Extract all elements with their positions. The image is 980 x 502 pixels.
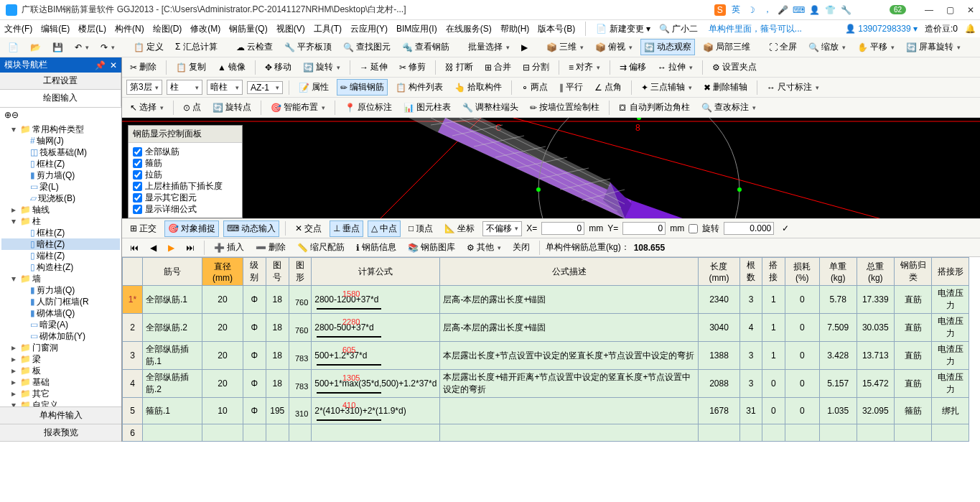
point-button[interactable]: ⊙ 点 xyxy=(179,99,205,116)
check-mark-button[interactable]: 🔍 查改标注 xyxy=(698,99,760,116)
apply-icon[interactable]: ✓ xyxy=(778,221,793,236)
top-snap[interactable]: □ 顶点 xyxy=(405,220,437,237)
column-header[interactable]: 筋号 xyxy=(143,258,202,286)
display-option[interactable]: 显示详细公式 xyxy=(133,203,238,215)
viewport-3d[interactable]: C 8 钢筋 xyxy=(122,118,980,218)
rotate-button[interactable]: 🔄 旋转 xyxy=(299,59,344,75)
cloud-check-button[interactable]: ☁ 云检查 xyxy=(233,39,276,55)
three-aux-button[interactable]: ✦ 三点辅轴 xyxy=(638,79,696,96)
delete-row-button[interactable]: ➖ 删除 xyxy=(252,239,289,256)
gxe-button[interactable]: 🔍 广小二 xyxy=(659,23,698,35)
column-header[interactable]: 图号 xyxy=(266,258,289,286)
x-input[interactable] xyxy=(541,222,584,235)
grip-button[interactable]: ⚙ 设置夹点 xyxy=(709,59,760,75)
tree-item[interactable]: ▸📁轴线 xyxy=(1,204,120,215)
fullscreen-button[interactable]: ⛶ 全屏 xyxy=(765,39,801,55)
display-option[interactable]: 拉筋 xyxy=(133,169,238,180)
adjust-end-button[interactable]: 🔧 调整柱端头 xyxy=(459,99,522,116)
column-header[interactable]: 计算公式 xyxy=(312,258,440,286)
column-header[interactable]: 级别 xyxy=(243,258,266,286)
user-phone[interactable]: 👤 13907298339 ▾ xyxy=(845,24,918,34)
menu-edit[interactable]: 编辑(E) xyxy=(41,23,70,35)
pan-button[interactable]: ✋ 平移 xyxy=(854,39,898,55)
minimize-button[interactable]: — xyxy=(925,5,933,15)
tree-item[interactable]: ▮剪力墙(Q) xyxy=(1,169,120,181)
find-button[interactable]: 🔍 查找图元 xyxy=(340,39,394,55)
new-change-button[interactable]: 📄 新建变更 ▾ xyxy=(596,23,650,35)
close-button[interactable]: ✕ xyxy=(967,5,974,15)
rebar-grid[interactable]: 筋号直径(mm)级别图号图形计算公式公式描述长度(mm)根数搭接损耗(%)单重(… xyxy=(122,257,969,442)
next-icon[interactable]: ▶ xyxy=(164,241,178,255)
moon-icon[interactable]: ☽ xyxy=(746,4,757,16)
scale-button[interactable]: 📏 缩尺配筋 xyxy=(294,239,348,256)
redo-icon[interactable]: ↷ xyxy=(97,40,118,55)
component-tree[interactable]: ▾📁常用构件类型#轴网(J)◫筏板基础(M)▯框柱(Z)▮剪力墙(Q)▭梁(L)… xyxy=(0,122,121,406)
del-aux-button[interactable]: ✖ 删除辅轴 xyxy=(700,79,751,96)
merge-button[interactable]: ⊞ 合并 xyxy=(481,59,515,75)
menu-modify[interactable]: 修改(M) xyxy=(190,23,220,35)
tab-report-preview[interactable]: 报表预览 xyxy=(0,424,121,442)
select-button[interactable]: ↖ 选择 xyxy=(126,99,167,116)
column-header[interactable]: 长度(mm) xyxy=(699,258,740,286)
rotate-input[interactable] xyxy=(724,222,774,235)
align-button[interactable]: ≡ 对齐 xyxy=(565,59,604,75)
tab-single-input[interactable]: 单构件输入 xyxy=(0,407,121,424)
perp-snap[interactable]: ⊥ 垂点 xyxy=(330,220,363,237)
ime-badge[interactable]: S xyxy=(714,4,726,16)
table-row[interactable]: 1*全部纵筋.120Φ1876015802800-1200+37*d层高-本层的… xyxy=(123,286,969,314)
dyn-input-toggle[interactable]: ⌨ 动态输入 xyxy=(223,220,279,237)
category-combo[interactable]: 柱 xyxy=(167,80,202,95)
attribute-button[interactable]: 📝 属性 xyxy=(295,79,332,96)
define-button[interactable]: 📋 定义 xyxy=(130,39,167,55)
tree-item[interactable]: ▭暗梁(A) xyxy=(1,319,120,330)
flat-top-button[interactable]: 🔧 平齐板顶 xyxy=(281,39,335,55)
maximize-button[interactable]: ▢ xyxy=(946,5,954,15)
batch-select-button[interactable]: 批量选择 xyxy=(465,39,513,55)
tree-item[interactable]: ▯框柱(Z) xyxy=(1,227,120,238)
menu-online[interactable]: 在线服务(S) xyxy=(446,23,492,35)
tree-item[interactable]: ▯框柱(Z) xyxy=(1,158,120,169)
other-button[interactable]: ⚙ 其他 xyxy=(463,239,505,256)
wrench-icon[interactable]: 🔧 xyxy=(841,4,852,16)
menu-version[interactable]: 版本号(B) xyxy=(538,23,575,35)
mic-icon[interactable]: 🎤 xyxy=(778,4,789,16)
offset-button[interactable]: ⇉ 偏移 xyxy=(616,59,650,75)
table-row[interactable]: 4全部纵筋插筋.220Φ187831305500+1*max(35*d,500)… xyxy=(123,370,969,398)
intersection-snap[interactable]: ✕ 交点 xyxy=(291,220,325,237)
bell-icon[interactable]: 🔔 xyxy=(965,24,976,34)
column-header[interactable]: 公式描述 xyxy=(440,258,699,286)
column-header[interactable]: 损耗(%) xyxy=(785,258,819,286)
save-icon[interactable]: 💾 xyxy=(49,40,67,55)
menu-bim[interactable]: BIM应用(I) xyxy=(396,23,437,35)
mid-snap[interactable]: △ 中点 xyxy=(368,220,401,237)
ortho-toggle[interactable]: ⊞ 正交 xyxy=(126,220,160,237)
menu-help[interactable]: 帮助(H) xyxy=(500,23,530,35)
tab-draw-input[interactable]: 绘图输入 xyxy=(0,90,121,107)
tree-item[interactable]: ▱现浇板(B) xyxy=(1,192,120,204)
tab-project-settings[interactable]: 工程设置 xyxy=(0,73,121,89)
tree-item[interactable]: #轴网(J) xyxy=(1,135,120,147)
tree-item[interactable]: ▸📁基础 xyxy=(1,376,120,388)
column-header[interactable]: 根数 xyxy=(739,258,762,286)
rebar-grid-wrap[interactable]: 筋号直径(mm)级别图号图形计算公式公式描述长度(mm)根数搭接损耗(%)单重(… xyxy=(122,257,980,442)
display-option[interactable]: 显示其它图元 xyxy=(133,192,238,203)
comma-icon[interactable]: ， xyxy=(762,4,773,16)
tree-collapse-icon[interactable]: ⊕⊖ xyxy=(4,110,19,120)
open-icon[interactable]: 📂 xyxy=(27,40,45,55)
pick-button[interactable]: 👆 拾取构件 xyxy=(451,79,505,96)
tree-item[interactable]: ▸📁梁 xyxy=(1,353,120,365)
close-data-button[interactable]: 关闭 xyxy=(509,239,533,256)
coord-snap[interactable]: 📐 坐标 xyxy=(441,220,478,237)
rebar-info-button[interactable]: ℹ 钢筋信息 xyxy=(353,239,400,256)
mirror-button[interactable]: ▲ 镜像 xyxy=(214,59,249,75)
menu-file[interactable]: 文件(F) xyxy=(4,23,32,35)
screen-rotate-button[interactable]: 🔄 屏幕旋转 xyxy=(902,39,964,55)
tree-item[interactable]: ▮剪力墙(Q) xyxy=(1,284,120,296)
column-header[interactable]: 搭接 xyxy=(762,258,785,286)
pillar-table-button[interactable]: 📊 图元柱表 xyxy=(400,99,454,116)
topview-button[interactable]: 📦 俯视 xyxy=(592,39,636,55)
tree-item[interactable]: ▮人防门框墙(R xyxy=(1,296,120,307)
dimension-button[interactable]: ↔ 尺寸标注 xyxy=(763,79,823,96)
display-option[interactable]: 全部纵筋 xyxy=(133,146,238,157)
dynamic-view-button[interactable]: 🔄 动态观察 xyxy=(640,39,695,55)
